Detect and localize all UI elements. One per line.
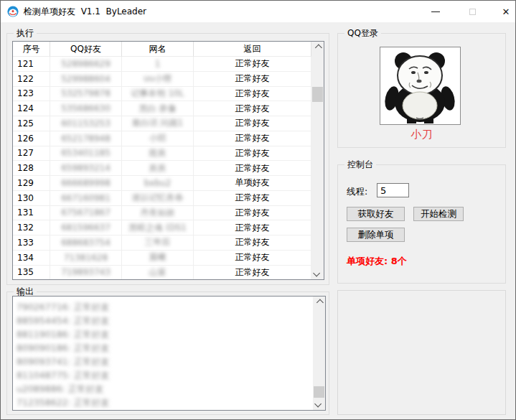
login-nickname: 小刀 [338, 128, 505, 141]
table-row[interactable]: 124535686630黑白 录像正常好友 [13, 101, 311, 116]
maximize-icon [469, 9, 476, 15]
cell-status: 正常好友 [194, 146, 311, 162]
thread-count-input[interactable] [377, 183, 409, 197]
close-icon: ✕ [502, 7, 510, 17]
table-row[interactable]: 128659893214辰辰正常好友 [13, 161, 311, 176]
minimize-button[interactable] [419, 1, 452, 22]
cell-qq-number: 528986629 [50, 57, 122, 72]
cell-qq-number: 667160981 [50, 191, 122, 206]
table-row[interactable]: 130667160981迷以记忆青春正常好友 [13, 191, 311, 206]
header-name[interactable]: 网名 [122, 42, 194, 57]
cell-index: 128 [13, 161, 50, 176]
cell-status: 正常好友 [194, 72, 311, 87]
cell-qq-number: 681596637 [50, 220, 122, 235]
cell-nickname: 黑暗之魂 (DS1 [122, 220, 194, 235]
cell-qq-number: 652178948 [50, 131, 122, 146]
table-row[interactable]: 131675671867丹青如故正常好友 [13, 206, 311, 221]
app-icon [7, 6, 19, 17]
delete-single-button[interactable]: 删除单项 [347, 228, 405, 242]
friends-table[interactable]: 序号 QQ好友 网名 返回 1215289866291正常好友122529988… [12, 41, 324, 280]
group-execute: 执行 序号 QQ好友 网名 返回 1215289866291正常好友122529… [6, 33, 329, 285]
empty-panel [337, 290, 506, 415]
scroll-down-icon[interactable] [311, 267, 324, 279]
group-execute-label: 执行 [14, 28, 37, 39]
table-row[interactable]: 126652178948小陌正常好友 [13, 131, 311, 146]
cell-index: 122 [13, 72, 50, 87]
output-line: 809093741: 正常好友 [17, 355, 311, 368]
table-row[interactable]: 129666689998bxbu2单项好友 [13, 176, 311, 191]
cell-nickname: 山策 [122, 266, 194, 281]
header-index[interactable]: 序号 [13, 42, 50, 57]
table-header-row[interactable]: 序号 QQ好友 网名 返回 [13, 42, 311, 57]
table-row[interactable]: 125601153253最白话 问题1正常好友 [13, 116, 311, 131]
header-status[interactable]: 返回 [194, 42, 311, 57]
get-friends-button[interactable]: 获取好友 [347, 207, 405, 221]
maximize-button[interactable] [456, 1, 489, 22]
table-row[interactable]: 132681596637黑暗之魂 (DS1正常好友 [13, 220, 311, 235]
cell-nickname: 最白话 问题1 [122, 116, 194, 131]
cell-index: 123 [13, 87, 50, 102]
table-row[interactable]: 1215289866291正常好友 [13, 57, 311, 72]
output-scrollbar-thumb[interactable] [314, 386, 324, 398]
output-listbox[interactable]: 790267716: 正常好友885954454: 正常好友881190186:… [12, 296, 326, 411]
cell-nickname: 辰辰 [122, 161, 194, 176]
table-rows: 1215289866291正常好友122529988604uu小狸正常好友123… [13, 57, 311, 280]
scroll-down-icon[interactable] [313, 398, 325, 410]
cell-qq-number: 666689998 [50, 176, 122, 191]
cell-status: 正常好友 [194, 57, 311, 72]
avatar [380, 47, 461, 125]
scroll-up-icon[interactable] [313, 297, 325, 309]
cell-nickname: 三年后 [122, 235, 194, 251]
cell-qq-number: 688683754 [50, 235, 122, 251]
cell-qq-number: 719893743 [50, 266, 122, 281]
output-scrollbar[interactable] [313, 297, 325, 410]
cell-status: 正常好友 [194, 161, 311, 176]
output-line: 790267716: 正常好友 [17, 300, 311, 314]
table-row[interactable]: 123532579878记事本明 10L正常好友 [13, 87, 311, 102]
cell-status: 正常好友 [194, 235, 311, 251]
cell-status: 正常好友 [194, 206, 311, 221]
cell-status: 正常好友 [194, 220, 311, 235]
cell-status: 正常好友 [194, 251, 311, 266]
cell-index: 124 [13, 101, 50, 116]
table-row[interactable]: 122529988604uu小狸正常好友 [13, 72, 311, 87]
minimize-icon [431, 11, 440, 12]
app-window: 检测单项好友 V1.1 ByLeader ✕ 执行 序号 QQ好友 网名 返回 … [0, 0, 516, 420]
table-scrollbar[interactable] [311, 42, 324, 279]
header-qq[interactable]: QQ好友 [50, 42, 122, 57]
start-check-button[interactable]: 开始检测 [413, 207, 464, 221]
cell-index: 127 [13, 146, 50, 162]
cell-index: 134 [13, 251, 50, 266]
cell-qq-number: 659893214 [50, 161, 122, 176]
table-row[interactable]: 133688683754三年后正常好友 [13, 235, 311, 251]
cell-qq-number: 529988604 [50, 72, 122, 87]
output-line: 885954454: 正常好友 [17, 314, 311, 327]
table-row[interactable]: 127653401185雨辰正常好友 [13, 146, 311, 162]
cell-nickname: 雨辰 [122, 146, 194, 162]
cell-index: 135 [13, 266, 50, 281]
panda-meme-image [381, 48, 459, 123]
cell-nickname: 黑白 录像 [122, 101, 194, 116]
cell-status: 正常好友 [194, 101, 311, 116]
group-qq-login: QQ登录 [337, 33, 506, 148]
cell-nickname: 小陌 [122, 131, 194, 146]
output-line: u2089886: 正常好友 [17, 382, 311, 396]
cell-status: 正常好友 [194, 131, 311, 146]
titlebar[interactable]: 检测单项好友 V1.1 ByLeader ✕ [1, 1, 515, 22]
cell-status: 正常好友 [194, 116, 311, 131]
cell-qq-number: 532579878 [50, 87, 122, 102]
thread-count-label: 线程: [347, 186, 367, 198]
close-button[interactable]: ✕ [489, 1, 516, 22]
cell-qq-number: 535686630 [50, 101, 122, 116]
cell-index: 125 [13, 116, 50, 131]
output-line: 881190186: 正常好友 [17, 327, 311, 341]
cell-nickname: 记事本明 10L [122, 87, 194, 102]
cell-nickname: 1 [122, 57, 194, 72]
table-row[interactable]: 135719893743山策正常好友 [13, 266, 311, 281]
table-scrollbar-thumb[interactable] [312, 87, 323, 102]
output-line: 712358622: 正常好友 [17, 396, 311, 409]
table-row[interactable]: 13471381628晨曦正常好友 [13, 251, 311, 266]
group-output: 输出 790267716: 正常好友885954454: 正常好友8811901… [6, 291, 329, 415]
group-console: 控制台 线程: 获取好友 开始检测 删除单项 单项好友: 8个 [337, 164, 506, 284]
scroll-up-icon[interactable] [311, 42, 324, 54]
